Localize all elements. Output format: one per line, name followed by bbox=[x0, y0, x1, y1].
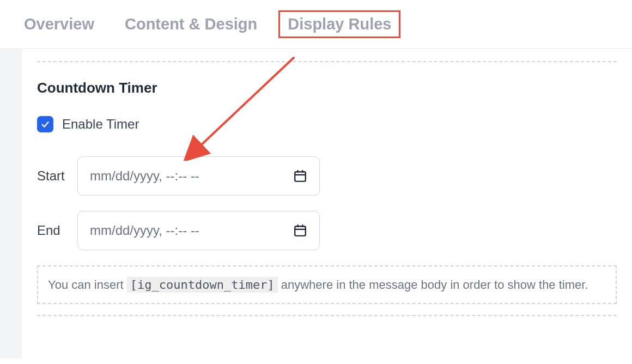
svg-rect-4 bbox=[295, 226, 306, 235]
hint-text: You can insert [ig_countdown_timer] anyw… bbox=[48, 275, 606, 294]
enable-timer-checkbox[interactable] bbox=[37, 116, 53, 132]
start-datetime-placeholder: mm/dd/yyyy, --:-- -- bbox=[90, 168, 199, 184]
hint-code: [ig_countdown_timer] bbox=[127, 277, 278, 293]
end-datetime-input[interactable]: mm/dd/yyyy, --:-- -- bbox=[77, 211, 320, 250]
checkmark-icon bbox=[40, 119, 50, 129]
enable-timer-label: Enable Timer bbox=[62, 117, 139, 132]
calendar-icon bbox=[293, 169, 307, 183]
section-divider-top bbox=[37, 61, 617, 62]
hint-prefix: You can insert bbox=[48, 278, 127, 292]
tab-display-rules[interactable]: Display Rules bbox=[278, 10, 400, 38]
svg-rect-0 bbox=[295, 172, 306, 181]
start-datetime-input[interactable]: mm/dd/yyyy, --:-- -- bbox=[77, 156, 320, 196]
start-label: Start bbox=[37, 168, 68, 184]
section-title: Countdown Timer bbox=[37, 80, 617, 96]
tab-content-design[interactable]: Content & Design bbox=[125, 15, 257, 33]
section-divider-bottom bbox=[37, 315, 617, 316]
tab-overview[interactable]: Overview bbox=[24, 15, 94, 33]
end-label: End bbox=[37, 223, 68, 238]
hint-box: You can insert [ig_countdown_timer] anyw… bbox=[37, 265, 617, 304]
end-datetime-placeholder: mm/dd/yyyy, --:-- -- bbox=[90, 223, 199, 238]
calendar-icon bbox=[293, 223, 307, 238]
left-gutter bbox=[0, 49, 22, 359]
hint-suffix: anywhere in the message body in order to… bbox=[278, 278, 588, 292]
tab-bar: Overview Content & Design Display Rules bbox=[0, 0, 632, 49]
